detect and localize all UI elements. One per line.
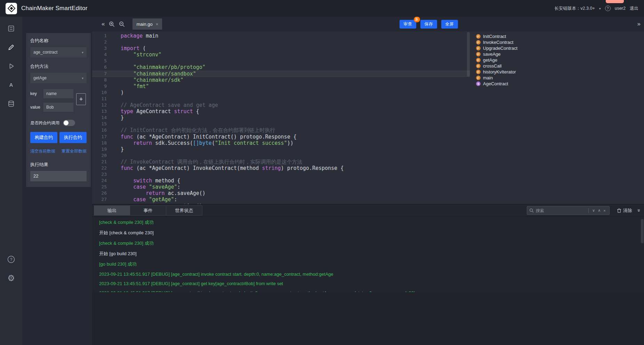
run-play-icon[interactable] — [3, 58, 19, 74]
line-number: 11 — [92, 96, 107, 102]
search-close-icon[interactable]: × — [602, 209, 607, 213]
code-line[interactable]: 14} — [92, 115, 470, 121]
review-button[interactable]: 审查 新 — [400, 20, 416, 29]
code-line[interactable]: 8 "chainmaker/sdk" — [92, 77, 470, 83]
contract-name-value: age_contract — [33, 50, 57, 55]
result-label: 执行结果 — [30, 162, 87, 168]
top-bar: ChainMaker SmartEditor 长安链版本：v2.3.0+ ▾ ?… — [0, 0, 644, 17]
search-input[interactable] — [536, 208, 586, 213]
code-line[interactable]: 15 — [92, 121, 470, 127]
outline-item-main[interactable]: Fmain — [476, 75, 644, 81]
rail-bottom: ? ⚙ — [3, 252, 19, 289]
code-line[interactable]: 17func (ac *AgeContract) InitContract() … — [92, 134, 470, 140]
cross-call-toggle[interactable] — [63, 120, 75, 126]
logout-button[interactable]: 退出 — [630, 6, 638, 11]
kv-section: key value + — [30, 89, 87, 116]
code-line[interactable]: 25 case "saveAge": — [92, 184, 470, 190]
outline-item-historyKvIterator[interactable]: FhistoryKvIterator — [476, 69, 644, 75]
outline-item-AgeContract[interactable]: SAgeContract — [476, 81, 644, 87]
outline-item-InitContract[interactable]: FInitContract — [476, 33, 644, 39]
code-line[interactable]: 10) — [92, 89, 470, 96]
contract-method-select[interactable]: getAge ▾ — [30, 73, 87, 83]
editor-row: 1package main23import (4 "strconv"56 "ch… — [92, 31, 644, 204]
search-icon — [529, 208, 534, 213]
console-tab-事件[interactable]: 事件 — [130, 205, 166, 215]
outline-item-InvokeContract[interactable]: FInvokeContract — [476, 39, 644, 45]
function-symbol-icon: F — [476, 64, 481, 68]
help-icon[interactable]: ? — [605, 6, 611, 11]
console-tab-输出[interactable]: 输出 — [94, 205, 130, 215]
code-line[interactable]: 12// AgeContract save and get age — [92, 102, 470, 108]
scrollbar-thumb[interactable] — [467, 32, 470, 77]
code-editor[interactable]: 1package main23import (4 "strconv"56 "ch… — [92, 31, 470, 204]
outline-item-getAge[interactable]: FgetAge — [476, 57, 644, 63]
code-line[interactable]: 19} — [92, 146, 470, 152]
search-prev-icon[interactable]: ∧ — [596, 208, 602, 213]
editor-pencil-icon[interactable] — [3, 40, 19, 55]
code-line[interactable]: 3import ( — [92, 45, 470, 52]
fullscreen-button[interactable]: 全屏 — [441, 20, 458, 29]
console-search[interactable]: ∨ ∧ × — [527, 206, 610, 215]
code-line[interactable]: 22func (ac *AgeContract) InvokeContract(… — [92, 165, 470, 171]
build-contract-button[interactable]: 构建合约 — [30, 132, 57, 143]
code-line[interactable]: 24 switch method { — [92, 178, 470, 184]
line-number: 27 — [92, 196, 107, 203]
reset-all-data-link[interactable]: 重置全部数据 — [62, 148, 87, 154]
zoom-in-icon[interactable] — [109, 21, 115, 27]
search-next-icon[interactable]: ∨ — [591, 208, 596, 213]
outline-item-saveAge[interactable]: FsaveAge — [476, 51, 644, 57]
svg-text:A: A — [9, 82, 13, 88]
contract-name-select[interactable]: age_contract ▾ — [30, 47, 87, 57]
line-number: 6 — [92, 64, 107, 70]
function-symbol-icon: F — [476, 76, 481, 80]
code-line[interactable]: 20 — [92, 152, 470, 159]
code-line[interactable]: 1package main — [92, 33, 470, 39]
code-line[interactable]: 27 case "getAge": — [92, 196, 470, 203]
console-tab-世界状态[interactable]: 世界状态 — [166, 205, 202, 215]
console-scrollbar[interactable] — [641, 219, 644, 243]
audit-a-icon[interactable]: A — [3, 77, 19, 93]
line-number: 8 — [92, 77, 107, 83]
code-line[interactable]: 6 "chainmaker/pb/protogo" — [92, 64, 470, 70]
add-kv-button[interactable]: + — [76, 93, 86, 105]
code-line[interactable]: 2 — [92, 39, 470, 45]
outline-item-crossCall[interactable]: FcrossCall — [476, 63, 644, 69]
code-line[interactable]: 11 — [92, 96, 470, 102]
code-line[interactable]: 13type AgeContract struct { — [92, 108, 470, 115]
editor-scrollbar[interactable] — [467, 31, 470, 204]
settings-gear-icon[interactable]: ⚙ — [3, 270, 19, 286]
zoom-out-icon[interactable] — [119, 21, 125, 27]
code-line[interactable]: 4 "strconv" — [92, 52, 470, 58]
data-store-icon[interactable] — [3, 96, 19, 111]
line-number: 26 — [92, 190, 107, 196]
save-button[interactable]: 保存 — [420, 20, 437, 29]
clear-logs-button[interactable]: 清除 — [617, 207, 632, 214]
code-line[interactable]: 21// InvokeContract 调用合约，在链上执行合约时，实际调用的是… — [92, 159, 470, 165]
help-circle-icon[interactable]: ? — [3, 252, 19, 267]
run-contract-button[interactable]: 执行合约 — [59, 132, 87, 143]
collapse-console-icon[interactable]: » — [636, 209, 642, 212]
line-number: 12 — [92, 102, 107, 108]
expand-panel-icon[interactable]: » — [637, 21, 641, 28]
outline-label: main — [483, 75, 493, 80]
clear-current-data-link[interactable]: 清空当前数据 — [30, 148, 55, 154]
code-line[interactable]: 23 — [92, 171, 470, 178]
code-line[interactable]: 7 "chainmaker/sandbox" — [92, 71, 470, 77]
symbol-outline: FInitContractFInvokeContractFUpgradeCont… — [470, 31, 644, 204]
contract-list-icon[interactable] — [3, 21, 19, 36]
app-title: ChainMaker SmartEditor — [21, 5, 88, 12]
version-caret-down-icon[interactable]: ▾ — [599, 7, 601, 10]
code-line[interactable]: 26 return ac.saveAge() — [92, 190, 470, 196]
tab-close-icon[interactable]: × — [156, 22, 159, 27]
code-line[interactable]: 18 return sdk.Success([]byte("Init contr… — [92, 140, 470, 146]
notification-strip — [606, 0, 624, 3]
code-line[interactable]: 5 — [92, 58, 470, 64]
code-line[interactable]: 9 "fmt" — [92, 83, 470, 89]
collapse-panel-icon[interactable]: « — [102, 21, 105, 28]
outline-item-UpgradeContract[interactable]: FUpgradeContract — [476, 45, 644, 51]
tab-main-go[interactable]: main.go × — [132, 18, 162, 30]
svg-text:?: ? — [10, 257, 13, 262]
value-input[interactable] — [43, 103, 73, 112]
code-line[interactable]: 16// InitContract 合约初始化方法，会在合约部署到链上时执行 — [92, 127, 470, 133]
key-input[interactable] — [43, 89, 73, 98]
